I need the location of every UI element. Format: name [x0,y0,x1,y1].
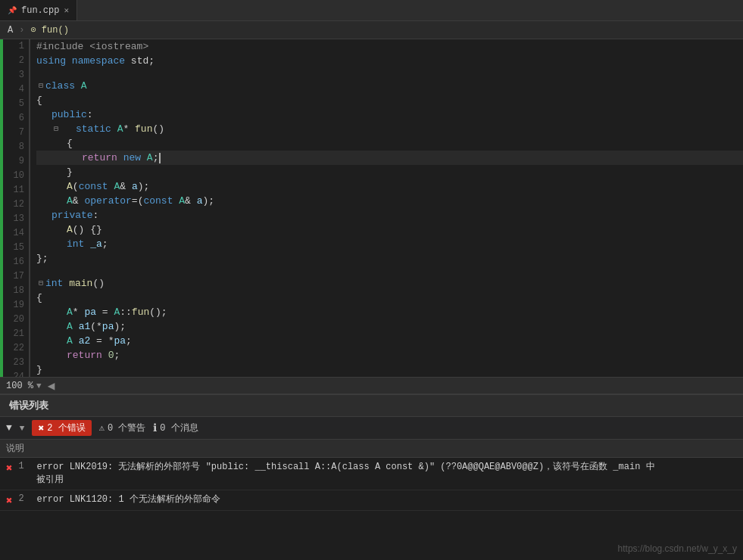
line-num-2: 2 [0,54,29,68]
editor-area: 1 2 3 4 5 6 7 8 9 10 11 12 13 14 15 16 1… [0,39,743,377]
scroll-left-button[interactable]: ◀ [48,378,55,394]
line-num-1: 1 [0,39,29,54]
code-line-1: #include <iostream> [36,39,743,54]
error-panel-title: 错误列表 [0,395,743,417]
error-num-2: 2 [18,493,30,504]
code-line-3 [36,68,743,79]
breadcrumb: A › ⊙ fun() [0,21,743,39]
code-line-13: private: [36,208,743,222]
line-num-5: 5 [0,97,29,111]
code-line-22: A a2 = *pa; [36,334,743,348]
error-column-headers: 说明 [0,440,743,458]
error-text-2: error LNK1120: 1 个无法解析的外部命令 [36,493,737,506]
error-num-1: 1 [18,461,30,471]
line-numbers: 1 2 3 4 5 6 7 8 9 10 11 12 13 14 15 16 1… [0,39,29,377]
line-num-7: 7 [0,126,29,140]
error-count-badge[interactable]: ✖ 2 个错误 [32,420,91,436]
line-num-17: 17 [0,269,29,284]
code-line-4: ⊟class A [36,79,743,93]
code-line-15: int _a; [36,237,743,251]
code-line-18: ⊟int main() [36,276,743,291]
code-line-12: A& operator=(const A& a); [36,194,743,208]
line-num-16: 16 [0,255,29,269]
col-description: 说明 [6,442,737,455]
code-line-17 [36,266,743,276]
code-text: using [36,54,66,68]
warning-count-label: 0 个警告 [108,422,145,434]
zoom-bar: 100 % ▼ ◀ [0,377,743,394]
line-num-3: 3 [0,68,29,82]
code-line-21: A a1(*pa); [36,319,743,334]
close-tab-button[interactable]: ✕ [64,5,69,15]
code-line-7: ⊟static A* fun() [36,122,743,136]
info-count-label: 0 个消息 [160,422,198,434]
code-line-24: } [36,362,743,377]
line-num-9: 9 [0,154,29,169]
code-line-14: A() {} [36,222,743,237]
line-num-6: 6 [0,111,29,126]
breadcrumb-separator: › [19,25,24,36]
code-line-8: { [36,136,743,151]
line-gutter: 1 2 3 4 5 6 7 8 9 10 11 12 13 14 15 16 1… [0,39,30,377]
error-panel: 错误列表 ▼ ▼ ✖ 2 个错误 ⚠ 0 个警告 ℹ 0 个消息 说明 ✖ 1 … [0,394,743,560]
error-x-icon: ✖ [38,422,44,434]
tab-bar: 📌 fun.cpp ✕ [0,0,743,21]
error-icon-2: ✖ [6,494,12,507]
line-num-21: 21 [0,327,29,341]
line-num-15: 15 [0,241,29,255]
line-num-10: 10 [0,169,29,183]
info-count-badge: ℹ 0 个消息 [153,422,198,434]
collapse-icon[interactable]: ⊟ [36,79,45,93]
line-num-24: 24 [0,370,29,377]
line-num-13: 13 [0,212,29,226]
code-line-16: }; [36,251,743,266]
error-toolbar: ▼ ▼ ✖ 2 个错误 ⚠ 0 个警告 ℹ 0 个消息 [0,417,743,440]
code-line-20: A* pa = A::fun(); [36,305,743,319]
error-row-2[interactable]: ✖ 2 error LNK1120: 1 个无法解析的外部命令 [0,490,743,511]
collapse-icon-main[interactable]: ⊟ [36,276,45,291]
error-row-1[interactable]: ✖ 1 error LNK2019: 无法解析的外部符号 "public: __… [0,458,743,490]
error-count-label: 2 个错误 [47,422,85,434]
tab-filename: fun.cpp [21,5,59,16]
filter-dropdown-arrow[interactable]: ▼ [20,424,25,433]
breadcrumb-function: ⊙ fun() [30,24,68,36]
line-num-19: 19 [0,298,29,313]
line-num-14: 14 [0,226,29,241]
error-text-1: error LNK2019: 无法解析的外部符号 "public: __this… [36,461,737,487]
line-num-12: 12 [0,198,29,212]
info-icon: ℹ [153,422,157,434]
line-num-23: 23 [0,356,29,370]
line-num-22: 22 [0,341,29,356]
line-num-20: 20 [0,313,29,327]
pin-icon: 📌 [8,6,17,15]
line-num-18: 18 [0,284,29,298]
zoom-level: 100 % [6,381,33,391]
code-line-23: return 0; [36,348,743,362]
warning-count-badge: ⚠ 0 个警告 [99,422,146,434]
code-line-9: return new A; [36,151,743,165]
code-line-10: } [36,165,743,179]
collapse-icon-fun[interactable]: ⊟ [52,122,61,136]
filter-icon[interactable]: ▼ [6,422,12,434]
text-cursor [159,153,161,163]
line-num-8: 8 [0,140,29,154]
code-line-19: { [36,291,743,305]
code-text: #include <iostream> [36,39,148,54]
line-num-11: 11 [0,183,29,198]
breadcrumb-class: A [8,25,13,36]
code-line-11: A(const A& a); [36,179,743,194]
warning-icon: ⚠ [99,422,105,434]
watermark-url: https://blog.csdn.net/w_y_x_y [618,543,737,554]
zoom-dropdown-arrow[interactable]: ▼ [36,381,42,390]
code-editor[interactable]: #include <iostream> using namespace std;… [30,39,743,377]
file-tab[interactable]: 📌 fun.cpp ✕ [0,0,77,20]
code-line-5: { [36,93,743,107]
error-icon-1: ✖ [6,462,12,474]
code-line-6: public: [36,107,743,122]
line-num-4: 4 [0,82,29,97]
code-line-2: using namespace std; [36,54,743,68]
